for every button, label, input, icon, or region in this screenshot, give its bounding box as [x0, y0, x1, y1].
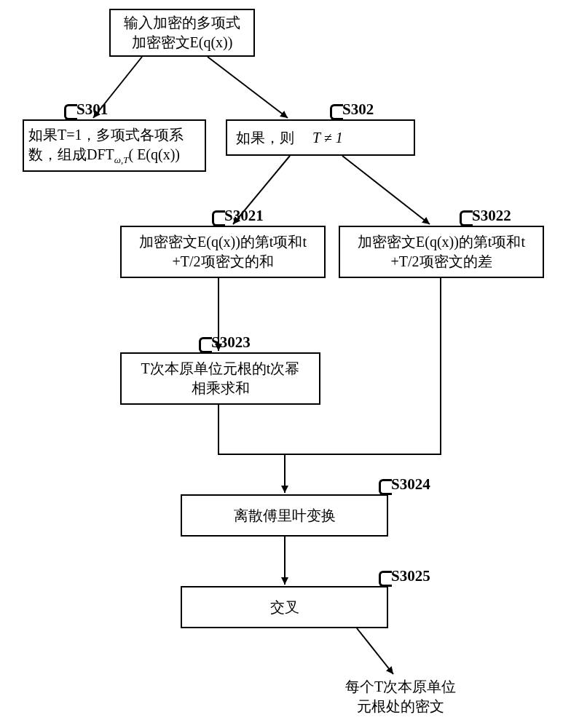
node-s3023: T次本原单位元根的t次幂 相乘求和: [120, 352, 320, 405]
node-s3021: 加密密文E(q(x))的第t项和t +T/2项密文的和: [120, 226, 326, 278]
input-line2: 加密密文E(q(x)): [132, 34, 233, 50]
bracket-s3021: [212, 210, 225, 226]
label-s3025: S3025: [391, 567, 430, 585]
label-s3024: S3024: [391, 475, 430, 494]
s3024-text: 离散傅里叶变换: [234, 506, 336, 526]
output-text: 每个T次本原单位 元根处的密文: [320, 677, 481, 716]
node-s302: 如果，则 T ≠ 1: [226, 119, 415, 156]
s302-text-right: T ≠ 1: [312, 130, 343, 146]
node-s301: 如果T=1，多项式各项系 数，组成DFTω,T( E(q(x)): [23, 119, 206, 172]
node-s3022: 加密密文E(q(x))的第t项和t +T/2项密文的差: [339, 226, 544, 278]
output-line1: 每个T次本原单位: [345, 678, 456, 695]
bracket-s3024: [379, 479, 392, 495]
label-s3023: S3023: [211, 333, 251, 352]
s302-text-left: 如果，则: [236, 130, 294, 146]
bracket-s3023: [199, 337, 212, 353]
s3021-line1: 加密密文E(q(x))的第t项和t: [139, 234, 307, 250]
node-s3025: 交叉: [181, 586, 388, 628]
s301-line1: 如果T=1，多项式各项系: [28, 127, 184, 143]
label-s302: S302: [342, 100, 374, 119]
input-line1: 输入加密的多项式: [124, 15, 240, 31]
s3025-text: 交叉: [270, 598, 299, 617]
output-line2: 元根处的密文: [357, 698, 444, 714]
svg-line-1: [208, 57, 288, 118]
bracket-s301: [64, 104, 77, 120]
bracket-s302: [330, 104, 343, 120]
s3021-line2: +T/2项密文的和: [172, 253, 273, 269]
svg-line-6: [357, 628, 393, 674]
s301-line2-sub: ω,T: [114, 154, 129, 165]
node-s3024: 离散傅里叶变换: [181, 494, 388, 537]
svg-line-3: [342, 156, 430, 224]
s3022-line1: 加密密文E(q(x))的第t项和t: [358, 234, 525, 250]
s301-line2: 数，组成DFT: [28, 146, 114, 162]
label-s3021: S3021: [224, 207, 264, 225]
label-s3022: S3022: [472, 207, 511, 225]
bracket-s3025: [379, 571, 392, 587]
bracket-s3022: [460, 210, 473, 226]
s3023-line2: 相乘求和: [192, 380, 250, 396]
node-input: 输入加密的多项式 加密密文E(q(x)): [109, 9, 255, 57]
s301-line2-tail: ( E(q(x)): [128, 146, 180, 162]
s3023-line1: T次本原单位元根的t次幂: [141, 360, 300, 376]
s3022-line2: +T/2项密文的差: [390, 253, 492, 269]
label-s301: S301: [76, 100, 108, 119]
